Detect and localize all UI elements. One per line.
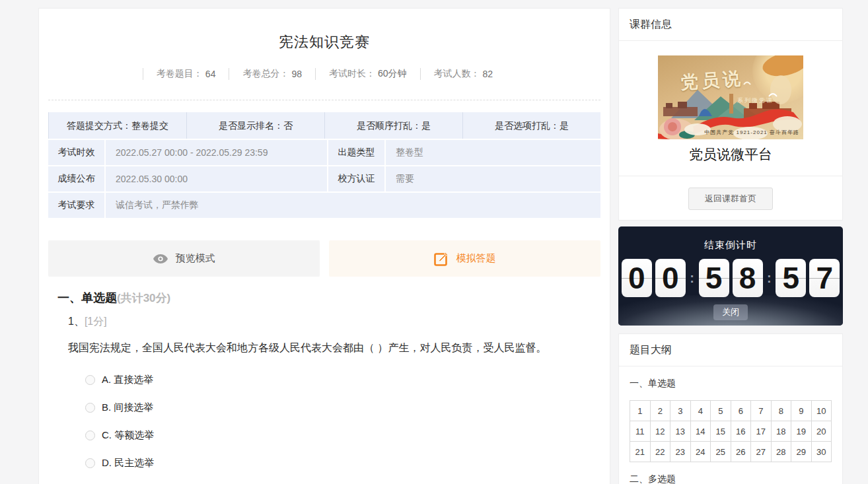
question-number-cell[interactable]: 25 <box>711 442 731 462</box>
question-number-cell[interactable]: 5 <box>711 401 731 421</box>
setting-cell: 答题提交方式：整卷提交 <box>48 112 186 139</box>
question-number-cell[interactable]: 16 <box>731 421 752 442</box>
question-number-cell[interactable]: 20 <box>812 421 832 442</box>
stat-label: 考试人数： <box>434 68 480 80</box>
edit-pencil-icon <box>434 252 449 266</box>
exam-stats-row: 考卷题目： 64 考卷总分： 98 考试时长： 60分钟 考试人数： 82 <box>48 68 600 80</box>
platform-name: 党员说微平台 <box>619 145 842 164</box>
question-number-cell[interactable]: 3 <box>670 401 691 421</box>
question-number-cell[interactable]: 26 <box>731 442 752 462</box>
outline-section-single-choice: 一、单选题 <box>630 378 842 390</box>
banner-footer-text: 中国共产党 1921-2021 奋斗百年路 <box>704 129 799 136</box>
question-text: 我国宪法规定，全国人民代表大会和地方各级人民代表大会都由（ ）产生，对人民负责，… <box>68 338 590 358</box>
question-number-cell[interactable]: 6 <box>731 401 752 421</box>
question-number-cell[interactable]: 18 <box>772 421 792 442</box>
flip-digit-hour-tens: 0 <box>622 259 652 297</box>
question-outline-panel: 题目大纲 一、单选题 1 2 3 4 5 6 7 8 9 10 11 12 13 <box>618 333 843 484</box>
question-number-cell[interactable]: 9 <box>791 401 812 421</box>
question-number-cell[interactable]: 28 <box>772 442 792 462</box>
question-number-cell[interactable]: 22 <box>651 442 671 462</box>
radio-button[interactable] <box>85 431 95 440</box>
stat-value: 98 <box>291 69 302 79</box>
option-label: B. 间接选举 <box>102 401 153 414</box>
option-row[interactable]: B. 间接选举 <box>85 401 600 414</box>
flip-digit-minute-ones: 8 <box>733 259 763 297</box>
flip-digit-minute-tens: 5 <box>699 259 729 297</box>
table-row: 考试时效 2022.05.27 00:00 - 2022.05.29 23:59… <box>48 140 600 165</box>
banner-title-text: 党员说 <box>680 67 744 95</box>
question-number-cell[interactable]: 12 <box>651 421 671 442</box>
simulate-answer-button[interactable]: 模拟答题 <box>329 240 600 277</box>
question-number-cell[interactable]: 30 <box>812 442 832 462</box>
flip-clock: 0 0 : 5 8 : 5 7 <box>618 259 843 297</box>
outline-header: 题目大纲 <box>619 334 842 366</box>
clock-colon: : <box>690 271 694 286</box>
question-number-cell[interactable]: 23 <box>670 442 691 462</box>
question-number-cell[interactable]: 2 <box>651 401 671 421</box>
stat-label: 考卷题目： <box>157 68 203 80</box>
option-row[interactable]: A. 直接选举 <box>85 374 600 386</box>
simulate-answer-label: 模拟答题 <box>456 252 496 265</box>
question-number-cell[interactable]: 8 <box>772 401 792 421</box>
option-row[interactable]: C. 等额选举 <box>85 429 600 442</box>
setting-cell: 是否顺序打乱：是 <box>324 112 462 139</box>
row-value: 需要 <box>386 166 600 191</box>
question-number-cell[interactable]: 4 <box>691 401 711 421</box>
question-number-row: 1、[1分] <box>68 315 600 329</box>
row-value: 2022.05.30 00:00 <box>106 166 327 191</box>
stat-item: 考卷总分： 98 <box>229 68 315 80</box>
setting-cell: 是否选项打乱：是 <box>462 112 600 139</box>
question-number-cell[interactable]: 21 <box>630 442 651 462</box>
row-value: 诚信考试，严禁作弊 <box>106 193 600 218</box>
page-title: 宪法知识竞赛 <box>48 32 600 52</box>
question-number-cell[interactable]: 10 <box>812 401 832 421</box>
option-row[interactable]: D. 民主选举 <box>85 457 600 469</box>
stat-value: 82 <box>483 69 493 79</box>
question-number-cell[interactable]: 14 <box>691 421 711 442</box>
stat-value: 64 <box>205 69 216 79</box>
close-countdown-button[interactable]: 关闭 <box>713 304 748 320</box>
stat-label: 考卷总分： <box>242 68 289 80</box>
preview-mode-button[interactable]: 预览模式 <box>48 240 320 277</box>
question-number-cell[interactable]: 19 <box>791 421 812 442</box>
options-list: A. 直接选举 B. 间接选举 C. 等额选举 D. 民主选举 <box>85 374 600 469</box>
course-info-header: 课群信息 <box>619 9 842 41</box>
mode-buttons-row: 预览模式 模拟答题 <box>48 240 600 277</box>
stat-item: 考卷题目： 64 <box>143 68 229 80</box>
question-number-cell[interactable]: 1 <box>630 401 651 421</box>
flip-digit-second-tens: 5 <box>776 259 806 297</box>
course-info-panel: 课群信息 党员说 <box>618 8 843 221</box>
question-number-cell[interactable]: 29 <box>791 442 812 462</box>
question-number-cell[interactable]: 7 <box>751 401 772 421</box>
radio-button[interactable] <box>85 458 95 468</box>
preview-mode-label: 预览模式 <box>176 252 215 265</box>
countdown-panel: 结束倒计时 0 0 : 5 8 : 5 7 关闭 <box>618 226 843 326</box>
question-number-grid: 1 2 3 4 5 6 7 8 9 10 11 12 13 14 15 <box>630 400 832 462</box>
question-number-cell[interactable]: 17 <box>751 421 772 442</box>
back-to-course-button[interactable]: 返回课群首页 <box>688 188 773 210</box>
eye-icon <box>153 254 168 263</box>
question-number-cell[interactable]: 13 <box>670 421 691 442</box>
flip-digit-second-ones: 7 <box>809 259 840 297</box>
row-value: 2022.05.27 00:00 - 2022.05.29 23:59 <box>106 140 327 165</box>
question-number-cell[interactable]: 11 <box>630 421 651 442</box>
table-row: 成绩公布 2022.05.30 00:00 校方认证 需要 <box>48 166 600 191</box>
radio-button[interactable] <box>85 375 95 385</box>
question-number-cell[interactable]: 15 <box>711 421 731 442</box>
stat-label: 考试时长： <box>329 68 375 80</box>
section-heading: 一、单选题(共计30分) <box>57 290 600 306</box>
exam-info-table: 答题提交方式：整卷提交 是否显示排名：否 是否顺序打乱：是 是否选项打乱：是 考… <box>48 112 600 218</box>
countdown-title: 结束倒计时 <box>618 226 843 252</box>
stat-item: 考试人数： 82 <box>420 68 507 80</box>
section-title: 一、单选题 <box>57 291 117 304</box>
banner-subtitle-text: 系列微党课 <box>737 96 774 105</box>
exam-settings-row: 答题提交方式：整卷提交 是否显示排名：否 是否顺序打乱：是 是否选项打乱：是 <box>48 112 600 139</box>
row-label: 考试要求 <box>48 193 104 218</box>
question-number-cell[interactable]: 27 <box>751 442 772 462</box>
row-label: 成绩公布 <box>48 166 104 191</box>
radio-button[interactable] <box>85 403 95 413</box>
question-number-cell[interactable]: 24 <box>691 442 711 462</box>
row-label: 校方认证 <box>328 166 384 191</box>
question-block: 1、[1分] 我国宪法规定，全国人民代表大会和地方各级人民代表大会都由（ ）产生… <box>68 315 600 469</box>
option-label: D. 民主选举 <box>102 457 154 469</box>
